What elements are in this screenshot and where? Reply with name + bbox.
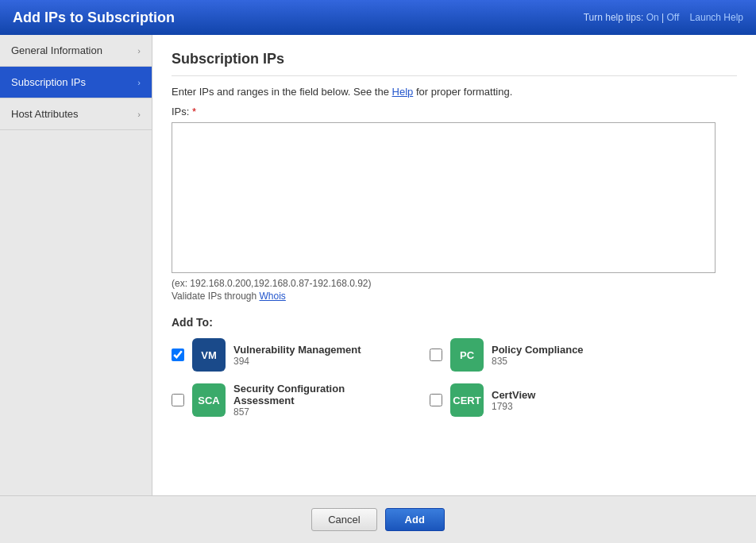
help-tips-bar: Turn help tips: On | Off Launch Help (584, 12, 743, 23)
vm-name: Vulnerability Management (233, 344, 361, 356)
help-link[interactable]: Help (392, 86, 414, 98)
pc-info: Policy Compliance 835 (492, 344, 584, 367)
add-button[interactable]: Add (385, 508, 445, 531)
sidebar-item-subscription-ips[interactable]: Subscription IPs › (0, 67, 152, 98)
chevron-right-icon: › (137, 78, 141, 87)
pc-name: Policy Compliance (492, 344, 584, 356)
cert-badge: CERT (450, 383, 484, 417)
sidebar-item-label: Host Attributes (11, 108, 79, 120)
instructions-text: Enter IPs and ranges in the field below.… (172, 86, 737, 98)
page-title: Add IPs to Subscription (13, 10, 175, 26)
help-on-link[interactable]: On (646, 12, 659, 23)
cert-info: CertView 1793 (492, 389, 535, 412)
sca-badge: SCA (192, 383, 226, 417)
whois-link[interactable]: Whois (260, 291, 286, 302)
help-off-link[interactable]: Off (666, 12, 679, 23)
main-layout: General Information › Subscription IPs ›… (0, 35, 756, 543)
vm-badge: VM (192, 338, 226, 372)
sidebar-item-general-information[interactable]: General Information › (0, 35, 152, 67)
sidebar-item-host-attributes[interactable]: Host Attributes › (0, 98, 152, 130)
hint-text: (ex: 192.168.0.200,192.168.0.87-192.168.… (172, 278, 737, 289)
chevron-right-icon: › (137, 110, 141, 119)
sidebar: General Information › Subscription IPs ›… (0, 35, 152, 543)
footer: Cancel Add (0, 495, 756, 543)
pc-checkbox[interactable] (430, 349, 442, 361)
sca-info: Security Configuration Assessment 857 (233, 383, 406, 418)
pc-count: 835 (492, 356, 584, 367)
vm-count: 394 (233, 356, 361, 367)
content-area: Subscription IPs Enter IPs and ranges in… (152, 35, 756, 543)
help-tips-label: Turn help tips: (584, 12, 644, 23)
cancel-button[interactable]: Cancel (311, 508, 376, 531)
sca-count: 857 (233, 406, 406, 418)
sidebar-item-label: Subscription IPs (11, 76, 86, 88)
header: Add IPs to Subscription Turn help tips: … (0, 0, 756, 35)
vm-info: Vulnerability Management 394 (233, 344, 361, 367)
cert-name: CertView (492, 389, 535, 401)
content-title: Subscription IPs (172, 51, 737, 76)
add-to-grid: VM Vulnerability Management 394 PC Polic… (172, 338, 664, 418)
sca-checkbox[interactable] (172, 394, 184, 406)
sca-name: Security Configuration Assessment (233, 383, 406, 406)
chevron-right-icon: › (137, 46, 141, 56)
cert-checkbox[interactable] (430, 394, 442, 406)
ip-field-label: IPs: * (172, 106, 737, 117)
pc-badge: PC (450, 338, 484, 372)
cert-count: 1793 (492, 401, 535, 412)
launch-help-link[interactable]: Launch Help (690, 12, 743, 23)
ip-input[interactable] (172, 122, 716, 273)
service-item-cert: CERT CertView 1793 (430, 383, 664, 418)
required-marker: * (192, 106, 196, 117)
service-item-vm: VM Vulnerability Management 394 (172, 338, 406, 372)
vm-checkbox[interactable] (172, 349, 184, 361)
validate-text: Validate IPs through Whois (172, 291, 737, 302)
service-item-pc: PC Policy Compliance 835 (430, 338, 664, 372)
add-to-label: Add To: (172, 316, 737, 329)
sidebar-item-label: General Information (11, 44, 102, 56)
service-item-sca: SCA Security Configuration Assessment 85… (172, 383, 406, 418)
